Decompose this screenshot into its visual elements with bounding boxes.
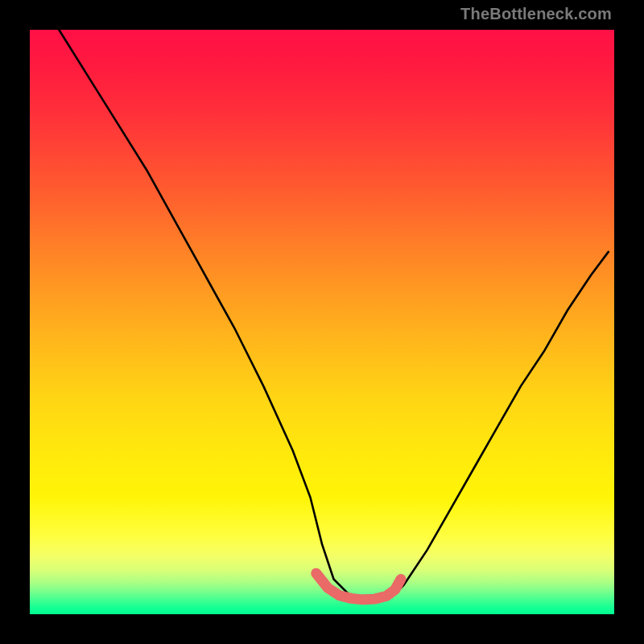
watermark-text: TheBottleneck.com	[460, 5, 612, 23]
bottleneck-curve	[59, 30, 608, 600]
curve-layer	[30, 30, 614, 614]
plot-area	[30, 30, 614, 614]
chart-stage: TheBottleneck.com	[0, 0, 644, 644]
optimal-band	[316, 573, 401, 600]
